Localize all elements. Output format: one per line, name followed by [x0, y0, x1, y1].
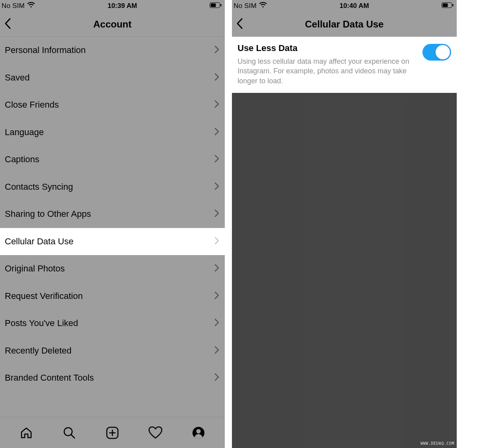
svg-point-3	[64, 428, 72, 436]
status-left: No SIM	[2, 2, 35, 10]
screenshot-gap-right	[457, 0, 489, 448]
chevron-right-icon	[214, 237, 219, 246]
chevron-right-icon	[214, 373, 219, 383]
svg-rect-9	[452, 4, 454, 6]
settings-list[interactable]: Personal InformationSavedClose FriendsLa…	[0, 37, 225, 417]
chevron-right-icon	[214, 73, 219, 83]
row-label: Saved	[5, 73, 214, 83]
chevron-right-icon	[214, 346, 219, 356]
settings-row-saved[interactable]: Saved	[0, 64, 225, 92]
carrier-label: No SIM	[2, 2, 25, 10]
nav-bar: Cellular Data Use	[232, 12, 457, 37]
use-less-data-row: Use Less Data Using less cellular data m…	[232, 37, 457, 93]
tab-profile[interactable]	[189, 426, 208, 440]
wifi-icon	[259, 2, 267, 10]
settings-row-cellular-data-use[interactable]: Cellular Data Use	[0, 228, 225, 255]
settings-row-original-photos[interactable]: Original Photos	[0, 255, 225, 283]
screenshot-gap	[225, 0, 232, 448]
back-button[interactable]	[236, 18, 243, 31]
chevron-right-icon	[214, 209, 219, 219]
watermark: WWW.DEUAQ.COM	[420, 441, 454, 446]
row-label: Branded Content Tools	[5, 373, 214, 383]
row-label: Language	[5, 127, 214, 138]
settings-row-posts-you-ve-liked[interactable]: Posts You've Liked	[0, 310, 225, 337]
tab-add[interactable]	[102, 426, 122, 440]
settings-row-contacts-syncing[interactable]: Contacts Syncing	[0, 173, 225, 201]
cellular-data-screen: No SIM 10:40 AM Cellular Data Use Use Le…	[232, 0, 457, 448]
row-label: Contacts Syncing	[5, 182, 214, 192]
back-button[interactable]	[4, 18, 11, 31]
nav-title: Account	[0, 19, 225, 30]
account-settings-screen: No SIM 10:39 AM Account Personal Informa…	[0, 0, 225, 448]
setting-description: Using less cellular data may affect your…	[238, 57, 413, 86]
row-label: Original Photos	[5, 263, 214, 274]
nav-bar: Account	[0, 12, 225, 37]
row-label: Recently Deleted	[5, 346, 214, 356]
chevron-right-icon	[214, 45, 219, 55]
chevron-right-icon	[214, 182, 219, 192]
status-bar: No SIM 10:40 AM	[232, 0, 457, 12]
toggle-knob	[436, 45, 450, 59]
nav-title: Cellular Data Use	[232, 19, 457, 30]
row-label: Personal Information	[5, 45, 214, 55]
tab-home[interactable]	[16, 426, 36, 440]
status-time: 10:40 AM	[340, 2, 369, 10]
chevron-right-icon	[214, 318, 219, 328]
chevron-right-icon	[214, 264, 219, 273]
settings-row-personal-information[interactable]: Personal Information	[0, 37, 225, 64]
chevron-right-icon	[214, 128, 219, 137]
row-label: Posts You've Liked	[5, 318, 214, 328]
battery-icon	[210, 2, 222, 10]
svg-point-6	[196, 429, 201, 433]
status-bar: No SIM 10:39 AM	[0, 0, 225, 12]
svg-rect-8	[443, 4, 448, 7]
carrier-label: No SIM	[234, 2, 257, 10]
battery-icon	[442, 2, 454, 10]
row-label: Captions	[5, 154, 214, 165]
status-time: 10:39 AM	[108, 2, 137, 10]
settings-row-branded-content-tools[interactable]: Branded Content Tools	[0, 364, 225, 392]
tab-activity[interactable]	[145, 426, 165, 440]
settings-row-close-friends[interactable]: Close Friends	[0, 91, 225, 119]
use-less-data-toggle[interactable]	[422, 44, 451, 61]
tab-bar	[0, 417, 225, 448]
settings-row-recently-deleted[interactable]: Recently Deleted	[0, 337, 225, 365]
chevron-right-icon	[214, 291, 219, 301]
svg-rect-1	[211, 4, 216, 7]
svg-rect-2	[220, 4, 222, 6]
empty-area	[232, 93, 457, 448]
row-label: Sharing to Other Apps	[5, 209, 214, 219]
row-label: Request Verification	[5, 291, 214, 301]
settings-row-captions[interactable]: Captions	[0, 146, 225, 173]
row-label: Close Friends	[5, 100, 214, 110]
settings-row-language[interactable]: Language	[0, 119, 225, 146]
row-label: Cellular Data Use	[5, 236, 214, 247]
chevron-right-icon	[214, 100, 219, 110]
settings-row-request-verification[interactable]: Request Verification	[0, 283, 225, 310]
tab-search[interactable]	[59, 426, 79, 440]
setting-title: Use Less Data	[238, 43, 422, 53]
wifi-icon	[27, 2, 35, 10]
status-left: No SIM	[234, 2, 267, 10]
chevron-right-icon	[214, 155, 219, 164]
settings-row-sharing-to-other-apps[interactable]: Sharing to Other Apps	[0, 200, 225, 228]
